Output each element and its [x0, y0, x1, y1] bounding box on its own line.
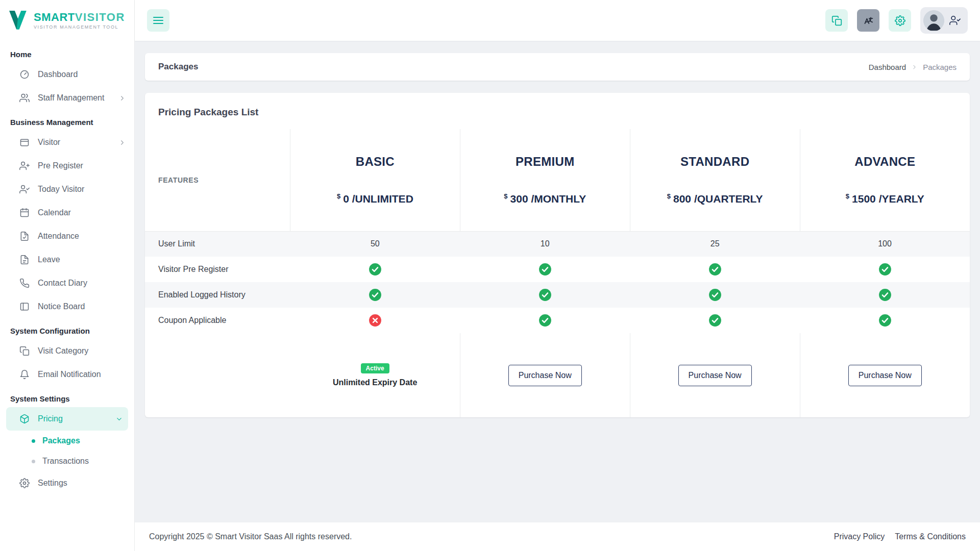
feature-value-cell: 100 — [800, 231, 970, 257]
bullet-icon — [32, 439, 35, 443]
purchase-now-button-advance[interactable]: Purchase Now — [848, 365, 922, 386]
sidebar-item-label: Calendar — [38, 208, 71, 217]
sidebar-item-email-notification[interactable]: Email Notification — [0, 363, 134, 386]
feature-name: Coupon Applicable — [145, 308, 290, 333]
topbar-actions — [825, 7, 968, 34]
sidebar-item-pricing[interactable]: Pricing — [6, 407, 128, 431]
breadcrumb: Dashboard Packages — [869, 63, 957, 71]
sidebar-toggle-button[interactable] — [147, 9, 169, 32]
privacy-policy-link[interactable]: Privacy Policy — [834, 532, 885, 541]
plan-name: BASIC — [290, 155, 460, 169]
plan-header-advance: ADVANCE$1500 /YEARLY — [800, 129, 970, 231]
sidebar-item-visitor[interactable]: Visitor — [0, 131, 134, 154]
copy-button[interactable] — [825, 9, 848, 32]
feature-enabled-cell — [630, 282, 800, 308]
card-title: Pricing Packages List — [145, 93, 970, 129]
purchase-row: ActiveUnlimited Expiry DatePurchase NowP… — [145, 333, 970, 417]
chevron-down-icon — [115, 415, 123, 423]
purchase-now-button-standard[interactable]: Purchase Now — [678, 365, 752, 386]
sidebar-item-attendance[interactable]: Attendance — [0, 224, 134, 248]
sidebar-item-label: Contact Diary — [38, 279, 87, 288]
settings-button[interactable] — [889, 9, 911, 32]
sidebar-item-visit-category[interactable]: Visit Category — [0, 339, 134, 363]
sidebar-item-label: Staff Management — [38, 93, 104, 103]
dashboard-icon — [19, 69, 30, 80]
footer-links: Privacy Policy Terms & Conditions — [834, 532, 966, 541]
hamburger-icon — [153, 16, 163, 24]
sidebar-subitem-transactions[interactable]: Transactions — [0, 451, 134, 471]
sidebar-item-label: Visit Category — [38, 346, 88, 356]
feature-row: Coupon Applicable — [145, 308, 970, 333]
feature-enabled-cell — [800, 282, 970, 308]
brand-tagline: VISITOR MANAGEMENT TOOL — [34, 24, 125, 30]
feature-value-cell: 10 — [460, 231, 630, 257]
avatar — [923, 10, 944, 31]
chevron-right-icon — [911, 64, 918, 70]
feature-row: User Limit501025100 — [145, 231, 970, 257]
sidebar-subitem-label: Transactions — [42, 457, 89, 466]
gear-icon — [895, 15, 905, 26]
section-title-system-configuration: System Configuration — [0, 318, 134, 339]
sidebar-nav: Home Dashboard Staff Management Business… — [0, 41, 134, 500]
translate-button[interactable] — [857, 9, 879, 32]
plans-header-row: FEATURES BASIC$0 /UNLIMITEDPREMIUM$300 /… — [145, 129, 970, 231]
topbar — [135, 0, 980, 41]
breadcrumb-dashboard-link[interactable]: Dashboard — [869, 63, 906, 71]
page-title: Packages — [158, 62, 198, 72]
sidebar-item-label: Leave — [38, 255, 60, 264]
plan-name: PREMIUM — [460, 155, 630, 169]
plan-header-basic: BASIC$0 /UNLIMITED — [290, 129, 460, 231]
visitor-card-icon — [19, 137, 30, 147]
section-title-system-settings: System Settings — [0, 386, 134, 407]
terms-conditions-link[interactable]: Terms & Conditions — [895, 532, 966, 541]
purchase-now-button-premium[interactable]: Purchase Now — [508, 365, 582, 386]
sidebar-item-notice-board[interactable]: Notice Board — [0, 295, 134, 318]
check-circle-icon — [878, 288, 892, 302]
feature-enabled-cell — [460, 282, 630, 308]
app-logo[interactable]: SMARTVISITOR VISITOR MANAGEMENT TOOL — [0, 0, 134, 41]
logo-text: SMARTVISITOR VISITOR MANAGEMENT TOOL — [34, 12, 125, 30]
sidebar-subitem-packages[interactable]: Packages — [0, 431, 134, 451]
section-title-home: Home — [0, 42, 134, 63]
feature-enabled-cell — [630, 308, 800, 333]
feature-enabled-cell — [290, 282, 460, 308]
feature-enabled-cell — [460, 257, 630, 282]
active-badge: Active — [361, 363, 389, 373]
sidebar-item-dashboard[interactable]: Dashboard — [0, 63, 134, 86]
translate-icon — [863, 15, 874, 26]
bullet-icon — [32, 460, 35, 463]
file-check-icon — [19, 231, 30, 241]
feature-value-cell: 50 — [290, 231, 460, 257]
sidebar-item-leave[interactable]: Leave — [0, 248, 134, 271]
profile-button[interactable] — [920, 7, 968, 34]
sidebar-item-calendar[interactable]: Calendar — [0, 201, 134, 224]
plan-price: $1500 /YEARLY — [800, 192, 970, 205]
package-icon — [19, 414, 30, 424]
copyright-text: Copyright 2025 © Smart Visitor Saas All … — [149, 532, 352, 541]
sidebar-item-label: Settings — [38, 479, 67, 488]
feature-enabled-cell — [290, 257, 460, 282]
breadcrumb-bar: Packages Dashboard Packages — [145, 53, 970, 81]
section-title-business: Business Management — [0, 110, 134, 131]
sidebar-item-settings[interactable]: Settings — [0, 471, 134, 495]
sidebar-item-label: Pre Register — [38, 161, 83, 170]
feature-value-cell: 25 — [630, 231, 800, 257]
users-icon — [19, 93, 30, 103]
check-circle-icon — [538, 314, 552, 327]
purchase-cell: Purchase Now — [460, 333, 630, 417]
footer: Copyright 2025 © Smart Visitor Saas All … — [135, 522, 980, 551]
board-icon — [19, 302, 30, 312]
sidebar-item-pre-register[interactable]: Pre Register — [0, 154, 134, 178]
feature-name: Enabled Logged History — [145, 282, 290, 308]
sidebar-item-contact-diary[interactable]: Contact Diary — [0, 271, 134, 295]
check-circle-icon — [708, 263, 722, 276]
plan-price: $300 /MONTHLY — [460, 192, 630, 205]
feature-enabled-cell — [800, 308, 970, 333]
file-icon — [19, 255, 30, 265]
sidebar-item-today-visitor[interactable]: Today Visitor — [0, 178, 134, 201]
sidebar-item-staff-management[interactable]: Staff Management — [0, 86, 134, 110]
logo-v-icon — [7, 10, 29, 31]
feature-enabled-cell — [800, 257, 970, 282]
purchase-cell: Purchase Now — [630, 333, 800, 417]
plan-price: $0 /UNLIMITED — [290, 192, 460, 205]
